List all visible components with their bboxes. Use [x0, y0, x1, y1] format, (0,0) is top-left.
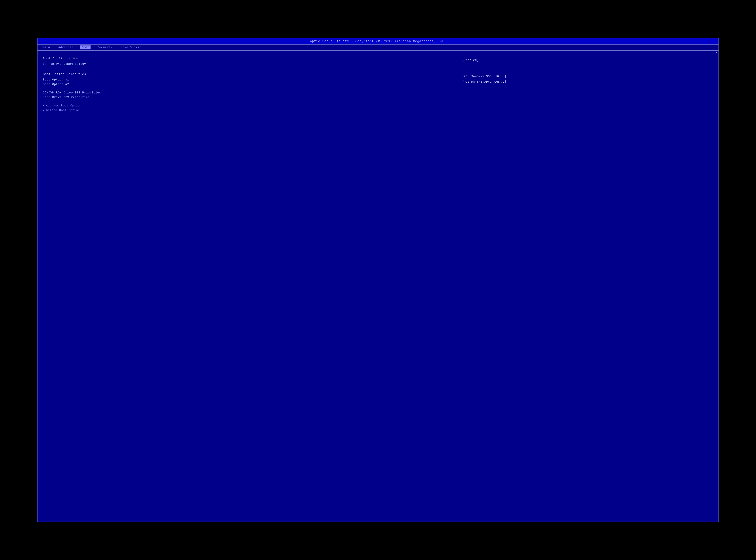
nav-item-advanced[interactable]: Advanced: [57, 45, 75, 49]
nav-bar: Main Advanced Boot Security Save & Exit: [38, 44, 719, 51]
left-panel: Boot Configuration Launch PXE OpROM poli…: [43, 54, 458, 518]
hard-drive-item[interactable]: Hard Drive BBS Priorities: [43, 95, 458, 100]
nav-item-security[interactable]: Security: [96, 45, 114, 49]
delete-boot-option-item[interactable]: ► Delete Boot Option: [43, 108, 458, 113]
boot-option-1-item[interactable]: Boot Option #1: [43, 77, 458, 82]
launch-pxe-item[interactable]: Launch PXE OpROM policy: [43, 62, 458, 66]
scroll-hint: ▲: [715, 49, 718, 522]
spacer2: [43, 87, 458, 91]
right-spacer1: [462, 63, 713, 74]
boot-option-2-item[interactable]: Boot Option #2: [43, 82, 458, 87]
spacer1: [43, 66, 458, 70]
nav-item-save-exit[interactable]: Save & Exit: [119, 45, 143, 49]
title-text: Aptio Setup Utility - Copyright (C) 2012…: [310, 40, 446, 43]
boot-config-header: Boot Configuration: [43, 57, 458, 60]
content-area: Boot Configuration Launch PXE OpROM poli…: [38, 51, 719, 522]
boot-option-priorities-header: Boot Option Priorities: [43, 73, 458, 76]
add-new-boot-option-item[interactable]: ► Add New Boot Option: [43, 103, 458, 108]
bios-container: Aptio Setup Utility - Copyright (C) 2012…: [37, 38, 719, 522]
arrow-icon-add: ►: [43, 104, 44, 107]
cd-dvd-item[interactable]: CD/DVD ROM Drive BBS Priorities: [43, 91, 458, 95]
right-panel: [Enabled] [P0: SanDisk SSD U10...] [P2: …: [458, 54, 713, 518]
title-bar: Aptio Setup Utility - Copyright (C) 2012…: [38, 38, 719, 44]
boot-option-2-value: [P2: MATSHITADVD-RAM...]: [462, 80, 713, 84]
spacer3: [43, 100, 458, 103]
nav-item-boot[interactable]: Boot: [80, 45, 90, 49]
arrow-icon-delete: ►: [43, 109, 44, 112]
nav-item-main[interactable]: Main: [41, 45, 52, 49]
screen-wrapper: Aptio Setup Utility - Copyright (C) 2012…: [15, 17, 741, 543]
boot-option-1-value: [P0: SanDisk SSD U10...]: [462, 74, 713, 79]
launch-pxe-value: [Enabled]: [462, 58, 713, 63]
scroll-up-icon: ▲: [716, 51, 717, 54]
